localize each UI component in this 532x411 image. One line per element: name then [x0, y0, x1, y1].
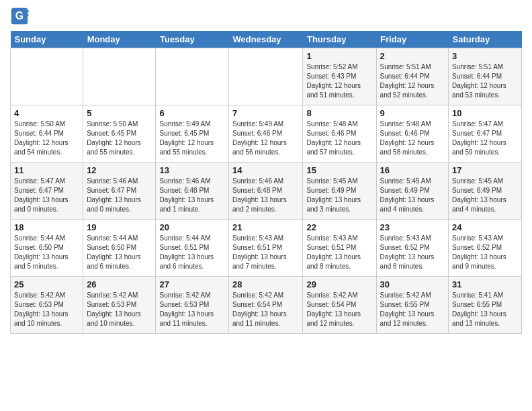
- day-cell: 3Sunrise: 5:51 AM Sunset: 6:44 PM Daylig…: [449, 48, 522, 105]
- day-cell: [83, 48, 156, 105]
- day-cell: 1Sunrise: 5:52 AM Sunset: 6:43 PM Daylig…: [303, 48, 376, 105]
- day-info: Sunrise: 5:43 AM Sunset: 6:52 PM Dayligh…: [380, 234, 445, 271]
- day-info: Sunrise: 5:43 AM Sunset: 6:52 PM Dayligh…: [452, 234, 518, 271]
- week-row-5: 25Sunrise: 5:42 AM Sunset: 6:53 PM Dayli…: [11, 277, 522, 334]
- weekday-header-wednesday: Wednesday: [229, 31, 303, 48]
- day-info: Sunrise: 5:48 AM Sunset: 6:46 PM Dayligh…: [306, 120, 372, 157]
- day-cell: 9Sunrise: 5:48 AM Sunset: 6:46 PM Daylig…: [376, 105, 448, 163]
- day-number: 3: [452, 51, 518, 61]
- day-cell: 12Sunrise: 5:46 AM Sunset: 6:47 PM Dayli…: [83, 163, 156, 220]
- day-cell: 15Sunrise: 5:45 AM Sunset: 6:49 PM Dayli…: [303, 163, 376, 220]
- day-info: Sunrise: 5:44 AM Sunset: 6:51 PM Dayligh…: [159, 234, 225, 271]
- week-row-3: 11Sunrise: 5:47 AM Sunset: 6:47 PM Dayli…: [11, 163, 522, 220]
- day-info: Sunrise: 5:49 AM Sunset: 6:46 PM Dayligh…: [232, 120, 299, 157]
- day-info: Sunrise: 5:42 AM Sunset: 6:55 PM Dayligh…: [380, 291, 445, 328]
- day-number: 13: [159, 165, 225, 175]
- week-row-1: 1Sunrise: 5:52 AM Sunset: 6:43 PM Daylig…: [11, 48, 522, 105]
- logo: G: [10, 7, 32, 26]
- day-cell: [229, 48, 303, 105]
- day-cell: 31Sunrise: 5:41 AM Sunset: 6:55 PM Dayli…: [449, 277, 522, 334]
- day-number: 8: [306, 108, 372, 118]
- day-cell: 22Sunrise: 5:43 AM Sunset: 6:51 PM Dayli…: [303, 220, 376, 277]
- day-cell: 25Sunrise: 5:42 AM Sunset: 6:53 PM Dayli…: [11, 277, 83, 334]
- day-number: 7: [232, 108, 299, 118]
- week-row-4: 18Sunrise: 5:44 AM Sunset: 6:50 PM Dayli…: [11, 220, 522, 277]
- day-cell: 8Sunrise: 5:48 AM Sunset: 6:46 PM Daylig…: [303, 105, 376, 163]
- day-number: 10: [452, 108, 518, 118]
- day-number: 16: [380, 165, 445, 175]
- day-cell: 27Sunrise: 5:42 AM Sunset: 6:53 PM Dayli…: [156, 277, 229, 334]
- day-number: 23: [380, 222, 445, 232]
- day-number: 11: [14, 165, 79, 175]
- day-number: 15: [306, 165, 372, 175]
- day-info: Sunrise: 5:42 AM Sunset: 6:54 PM Dayligh…: [306, 291, 372, 328]
- day-cell: 24Sunrise: 5:43 AM Sunset: 6:52 PM Dayli…: [449, 220, 522, 277]
- day-cell: 18Sunrise: 5:44 AM Sunset: 6:50 PM Dayli…: [11, 220, 83, 277]
- day-cell: 13Sunrise: 5:46 AM Sunset: 6:48 PM Dayli…: [156, 163, 229, 220]
- day-cell: 14Sunrise: 5:46 AM Sunset: 6:48 PM Dayli…: [229, 163, 303, 220]
- day-cell: 16Sunrise: 5:45 AM Sunset: 6:49 PM Dayli…: [376, 163, 448, 220]
- day-cell: 20Sunrise: 5:44 AM Sunset: 6:51 PM Dayli…: [156, 220, 229, 277]
- day-number: 29: [306, 279, 372, 289]
- day-number: 24: [452, 222, 518, 232]
- day-number: 21: [232, 222, 299, 232]
- week-row-2: 4Sunrise: 5:50 AM Sunset: 6:44 PM Daylig…: [11, 105, 522, 163]
- day-cell: 7Sunrise: 5:49 AM Sunset: 6:46 PM Daylig…: [229, 105, 303, 163]
- weekday-header-saturday: Saturday: [449, 31, 522, 48]
- day-number: 14: [232, 165, 299, 175]
- day-info: Sunrise: 5:50 AM Sunset: 6:44 PM Dayligh…: [14, 120, 79, 157]
- day-info: Sunrise: 5:51 AM Sunset: 6:44 PM Dayligh…: [380, 62, 445, 100]
- day-cell: 17Sunrise: 5:45 AM Sunset: 6:49 PM Dayli…: [449, 163, 522, 220]
- day-info: Sunrise: 5:48 AM Sunset: 6:46 PM Dayligh…: [380, 120, 445, 157]
- day-cell: 11Sunrise: 5:47 AM Sunset: 6:47 PM Dayli…: [11, 163, 83, 220]
- day-number: 5: [87, 108, 152, 118]
- day-number: 1: [306, 51, 372, 61]
- day-info: Sunrise: 5:41 AM Sunset: 6:55 PM Dayligh…: [452, 291, 518, 328]
- day-info: Sunrise: 5:45 AM Sunset: 6:49 PM Dayligh…: [452, 177, 518, 214]
- day-info: Sunrise: 5:47 AM Sunset: 6:47 PM Dayligh…: [452, 120, 518, 157]
- day-info: Sunrise: 5:46 AM Sunset: 6:48 PM Dayligh…: [232, 177, 299, 214]
- day-cell: 6Sunrise: 5:49 AM Sunset: 6:45 PM Daylig…: [156, 105, 229, 163]
- day-cell: 28Sunrise: 5:42 AM Sunset: 6:54 PM Dayli…: [229, 277, 303, 334]
- day-info: Sunrise: 5:49 AM Sunset: 6:45 PM Dayligh…: [159, 120, 225, 157]
- day-cell: [156, 48, 229, 105]
- weekday-header-friday: Friday: [376, 31, 448, 48]
- day-info: Sunrise: 5:51 AM Sunset: 6:44 PM Dayligh…: [452, 62, 518, 100]
- day-cell: 30Sunrise: 5:42 AM Sunset: 6:55 PM Dayli…: [376, 277, 448, 334]
- day-number: 20: [159, 222, 225, 232]
- day-info: Sunrise: 5:44 AM Sunset: 6:50 PM Dayligh…: [87, 234, 152, 271]
- day-number: 31: [452, 279, 518, 289]
- day-number: 18: [14, 222, 79, 232]
- day-cell: 4Sunrise: 5:50 AM Sunset: 6:44 PM Daylig…: [11, 105, 83, 163]
- day-cell: 2Sunrise: 5:51 AM Sunset: 6:44 PM Daylig…: [376, 48, 448, 105]
- day-cell: 21Sunrise: 5:43 AM Sunset: 6:51 PM Dayli…: [229, 220, 303, 277]
- day-info: Sunrise: 5:46 AM Sunset: 6:47 PM Dayligh…: [87, 177, 152, 214]
- day-cell: 5Sunrise: 5:50 AM Sunset: 6:45 PM Daylig…: [83, 105, 156, 163]
- day-cell: 26Sunrise: 5:42 AM Sunset: 6:53 PM Dayli…: [83, 277, 156, 334]
- day-info: Sunrise: 5:44 AM Sunset: 6:50 PM Dayligh…: [14, 234, 79, 271]
- day-number: 4: [14, 108, 79, 118]
- day-info: Sunrise: 5:45 AM Sunset: 6:49 PM Dayligh…: [380, 177, 445, 214]
- day-cell: 10Sunrise: 5:47 AM Sunset: 6:47 PM Dayli…: [449, 105, 522, 163]
- day-info: Sunrise: 5:43 AM Sunset: 6:51 PM Dayligh…: [232, 234, 299, 271]
- day-number: 26: [87, 279, 152, 289]
- day-number: 6: [159, 108, 225, 118]
- day-info: Sunrise: 5:47 AM Sunset: 6:47 PM Dayligh…: [14, 177, 79, 214]
- day-info: Sunrise: 5:46 AM Sunset: 6:48 PM Dayligh…: [159, 177, 225, 214]
- day-number: 19: [87, 222, 152, 232]
- weekday-header-row: SundayMondayTuesdayWednesdayThursdayFrid…: [11, 31, 522, 48]
- calendar-container: G SundayMondayTuesdayWednesdayThursdayFr…: [0, 0, 532, 340]
- weekday-header-sunday: Sunday: [11, 31, 83, 48]
- day-info: Sunrise: 5:42 AM Sunset: 6:53 PM Dayligh…: [87, 291, 152, 328]
- day-info: Sunrise: 5:42 AM Sunset: 6:53 PM Dayligh…: [159, 291, 225, 328]
- day-number: 2: [380, 51, 445, 61]
- day-cell: [11, 48, 83, 105]
- day-info: Sunrise: 5:42 AM Sunset: 6:54 PM Dayligh…: [232, 291, 299, 328]
- logo-icon: G: [10, 7, 29, 26]
- day-info: Sunrise: 5:43 AM Sunset: 6:51 PM Dayligh…: [306, 234, 372, 271]
- weekday-header-thursday: Thursday: [303, 31, 376, 48]
- day-number: 30: [380, 279, 445, 289]
- calendar-table: SundayMondayTuesdayWednesdayThursdayFrid…: [10, 31, 522, 334]
- weekday-header-tuesday: Tuesday: [156, 31, 229, 48]
- day-cell: 23Sunrise: 5:43 AM Sunset: 6:52 PM Dayli…: [376, 220, 448, 277]
